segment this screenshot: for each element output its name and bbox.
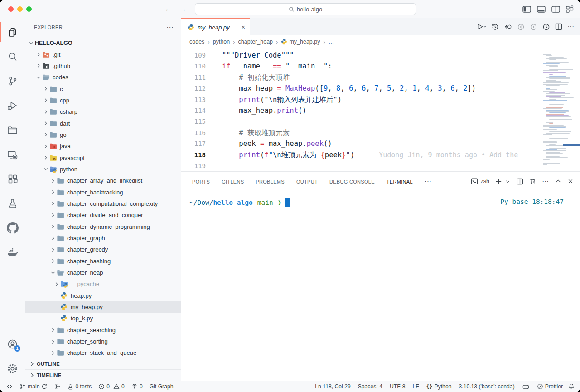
git-graph-status[interactable]: Git Graph [150,383,174,390]
breadcrumb-item-python[interactable]: python [213,39,230,45]
activitybar-docker[interactable] [0,240,25,265]
new-terminal-icon[interactable] [495,178,502,185]
tree-item-heap-py[interactable]: heap.py [25,290,181,301]
panel-tab-ports[interactable]: PORTS [192,173,210,190]
git-graph-icon-button[interactable] [54,383,61,390]
branch-status[interactable]: main [19,383,48,390]
sidebar-section-timeline[interactable]: TIMELINE [25,369,181,381]
activitybar-source-control[interactable] [0,69,25,93]
encoding-status[interactable]: UTF-8 [390,383,406,390]
tree-item-chapter-searching[interactable]: chapter_searching [25,324,181,336]
tree-item-dart[interactable]: dart [25,117,181,129]
tree-item-chapter-heap[interactable]: chapter_heap [25,267,181,278]
code-line-118[interactable]: print(f"\n堆顶元素为 {peek}")Yudong Jin, 9 mo… [222,150,580,160]
shell-label[interactable]: zsh [481,178,489,184]
problems-status[interactable]: 0 0 [98,383,125,390]
kill-terminal-icon[interactable] [529,178,536,185]
tree-item-csharp[interactable]: csharp [25,106,181,117]
minimize-window-button[interactable] [17,6,23,12]
tree-item-hello-algo[interactable]: HELLO-ALGO [25,37,181,48]
tab-my-heap-py[interactable]: my_heap.py × [181,18,250,35]
terminal-profile-dropdown-icon[interactable] [505,179,511,184]
file-history-icon[interactable] [491,23,499,31]
cursor-position-status[interactable]: Ln 118, Col 29 [315,383,350,390]
language-mode-status[interactable]: {} Python [426,383,452,390]
tree-item--github[interactable]: .github [25,60,181,72]
eol-status[interactable]: LF [412,383,419,390]
activitybar-run-debug[interactable] [0,93,25,118]
tree-item-go[interactable]: go [25,129,181,140]
copilot-status[interactable] [522,383,530,391]
panel-tab-problems[interactable]: PROBLEMS [256,173,285,190]
breadcrumb-more[interactable]: … [329,39,334,45]
tree-item-chapter-hashing[interactable]: chapter_hashing [25,256,181,267]
activitybar-remote-explorer[interactable] [0,142,25,167]
code-line-112[interactable]: max_heap = MaxHeap([9, 8, 6, 6, 7, 5, 2,… [222,83,580,94]
tree-item-chapter-divide-and-conquer[interactable]: chapter_divide_and_conquer [25,209,181,221]
breadcrumb-item-codes[interactable]: codes [189,39,204,45]
tree-item-java[interactable]: java [25,140,181,152]
toggle-panel-icon[interactable] [537,6,546,13]
gitlens-heatmap-icon[interactable] [542,23,550,31]
code-line-110[interactable]: if __name__ == "__main__": [222,61,580,72]
tree-item-cpp[interactable]: cpp [25,95,181,106]
tree-item-my-heap-py[interactable]: my_heap.py [25,301,181,313]
tree-item-codes[interactable]: codes [25,72,181,83]
maximize-panel-icon[interactable] [555,178,561,184]
tree-item-chapter-graph[interactable]: chapter_graph [25,232,181,244]
python-interpreter-status[interactable]: 3.10.13 ('base': conda) [459,383,514,390]
customize-layout-icon[interactable] [566,5,574,13]
close-window-button[interactable] [8,6,14,12]
activitybar-settings[interactable] [0,356,25,381]
split-editor-layout-icon[interactable] [551,6,560,13]
code-line-113[interactable]: print("\n输入列表并建堆后") [222,94,580,105]
ports-status[interactable]: 0 [131,383,143,390]
terminal-output[interactable]: ~/Dow/hello-algo main ❯ Py base 18:18:47 [181,191,580,381]
tree-item-chapter-greedy[interactable]: chapter_greedy [25,244,181,255]
panel-more-actions-icon[interactable]: ⋯ [542,177,549,185]
activitybar-folders[interactable] [0,118,25,142]
minimap[interactable] [541,48,580,171]
next-change-icon[interactable] [530,23,537,31]
breadcrumb-item-chapter-heap[interactable]: chapter_heap [238,39,273,45]
zoom-window-button[interactable] [26,6,32,12]
tree-item-top-k-py[interactable]: top_k.py [25,313,181,324]
activitybar-extensions[interactable] [0,167,25,191]
tree-item-chapter-stack-and-queue[interactable]: chapter_stack_and_queue [25,347,181,358]
toggle-sidebar-icon[interactable] [522,6,531,13]
code-line-109[interactable]: """Driver Code""" [222,50,580,61]
breadcrumb-item-my-heap-py[interactable]: my_heap.py [281,39,320,45]
activitybar-testing[interactable] [0,191,25,216]
tree-item--pycache-[interactable]: __pycache__ [25,278,181,290]
tab-close-icon[interactable]: × [242,24,245,30]
sidebar-section-outline[interactable]: OUTLINE [25,358,181,369]
activitybar-accounts[interactable]: 1 [0,332,25,356]
activitybar-explorer[interactable] [0,20,25,44]
panel-tab-terminal[interactable]: TERMINAL [387,173,413,190]
panel-tab-output[interactable]: OUTPUT [296,173,318,190]
tree-item-chapter-dynamic-programming[interactable]: chapter_dynamic_programming [25,221,181,232]
remote-indicator[interactable] [6,383,13,390]
code-line-114[interactable]: max_heap.print() [222,105,580,116]
code-line-117[interactable]: peek = max_heap.peek() [222,138,580,149]
panel-more-tabs-icon[interactable]: ⋯ [425,177,432,185]
code-editor[interactable]: 109110111112113114115116117118119 """Dri… [181,48,580,171]
code-line-119[interactable] [222,160,580,171]
back-arrow-icon[interactable]: ← [164,5,172,14]
panel-tab-debug-console[interactable]: DEBUG CONSOLE [329,173,375,190]
panel-tab-gitlens[interactable]: GITLENS [222,173,244,190]
run-python-file-icon[interactable] [477,23,486,30]
activitybar-search[interactable] [0,44,25,69]
previous-change-icon[interactable] [517,23,525,31]
close-panel-icon[interactable] [567,178,574,184]
open-changes-icon[interactable] [504,23,512,30]
editor-more-actions-icon[interactable]: ⋯ [567,23,575,31]
tree-item-chapter-backtracking[interactable]: chapter_backtracking [25,186,181,198]
split-editor-icon[interactable] [555,23,562,30]
forward-arrow-icon[interactable]: → [179,5,187,14]
tree-item-python[interactable]: python [25,164,181,175]
explorer-more-actions-icon[interactable]: ⋯ [166,23,174,32]
prettier-status[interactable]: Prettier [537,383,563,390]
code-line-111[interactable]: # 初始化大顶堆 [222,72,580,83]
tree-item--git[interactable]: .git [25,48,181,60]
